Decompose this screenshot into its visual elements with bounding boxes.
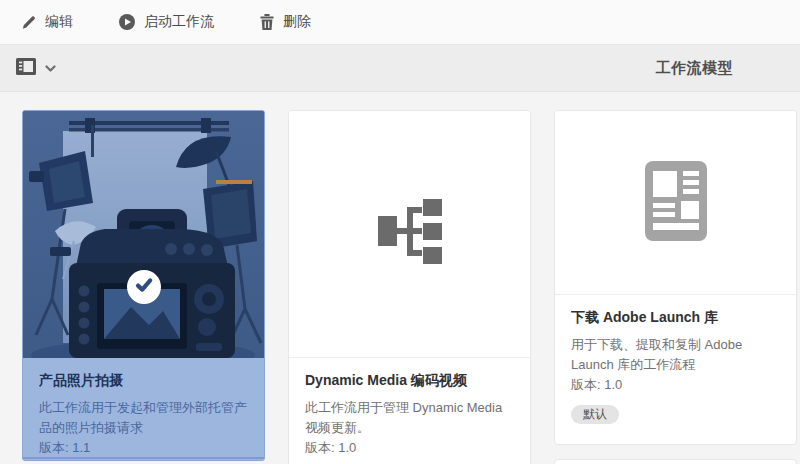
delete-button-label: 删除 — [283, 13, 311, 31]
card-thumbnail-document — [555, 111, 796, 295]
start-workflow-button-label: 启动工作流 — [144, 13, 214, 31]
workflow-models-page: 编辑 启动工作流 删除 — [0, 0, 800, 464]
action-toolbar: 编辑 启动工作流 删除 — [0, 0, 800, 45]
flowchart-icon — [377, 199, 443, 269]
card-description: 此工作流用于管理 Dynamic Media 视频更新。 — [305, 398, 514, 438]
play-circle-icon — [119, 14, 135, 30]
card-view-icon — [16, 58, 36, 78]
card-thumbnail-photo-studio — [23, 111, 264, 358]
card-version: 版本: 1.0 — [571, 375, 780, 395]
card-info: 下载 Adobe Launch 库 用于下载、提取和复制 Adobe Launc… — [555, 295, 796, 430]
page-title: 工作流模型 — [656, 59, 734, 78]
document-icon — [645, 161, 707, 245]
card-description: 此工作流用于发起和管理外部托管产品的照片拍摄请求 — [39, 398, 248, 438]
card-title: 下载 Adobe Launch 库 — [571, 308, 780, 326]
view-bar: 工作流模型 — [0, 45, 800, 92]
workflow-card-product-photo-shoot[interactable]: 产品照片拍摄 此工作流用于发起和管理外部托管产品的照片拍摄请求 版本: 1.1 — [22, 110, 265, 461]
card-info: 产品照片拍摄 此工作流用于发起和管理外部托管产品的照片拍摄请求 版本: 1.1 — [23, 358, 264, 459]
workflow-card-dynamic-media-encode-video[interactable]: Dynamic Media 编码视频 此工作流用于管理 Dynamic Medi… — [288, 110, 531, 464]
card-thumbnail-flowchart — [289, 111, 530, 358]
chevron-down-icon — [45, 61, 56, 76]
pencil-icon — [21, 15, 36, 30]
workflow-card-partial[interactable] — [554, 459, 797, 464]
card-title: 产品照片拍摄 — [39, 371, 248, 389]
edit-button[interactable]: 编辑 — [21, 13, 73, 31]
workflow-card-download-adobe-launch-library[interactable]: 下载 Adobe Launch 库 用于下载、提取和复制 Adobe Launc… — [554, 110, 797, 445]
card-version: 版本: 1.1 — [39, 438, 248, 458]
edit-button-label: 编辑 — [45, 13, 73, 31]
default-badge: 默认 — [571, 405, 619, 424]
delete-button[interactable]: 删除 — [260, 13, 311, 31]
card-info: Dynamic Media 编码视频 此工作流用于管理 Dynamic Medi… — [289, 358, 530, 464]
selected-check-badge[interactable] — [127, 270, 161, 304]
photo-studio-camera-image — [23, 111, 264, 358]
card-description: 用于下载、提取和复制 Adobe Launch 库的工作流程 — [571, 335, 780, 375]
trash-icon — [260, 14, 274, 30]
card-title: Dynamic Media 编码视频 — [305, 371, 514, 389]
view-switcher-button[interactable] — [16, 58, 56, 78]
check-icon — [134, 275, 154, 299]
card-version: 版本: 1.0 — [305, 438, 514, 458]
start-workflow-button[interactable]: 启动工作流 — [119, 13, 214, 31]
